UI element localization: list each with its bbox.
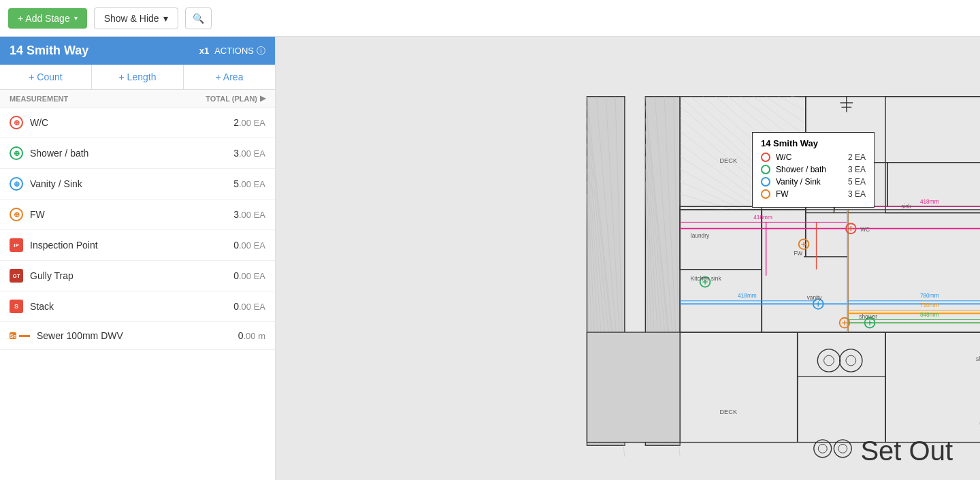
measurement-value: 0.00 EA xyxy=(233,240,265,251)
measurement-value: 0.00 m xyxy=(238,330,265,341)
legend-wc-icon xyxy=(761,153,770,162)
count-decimal: .00 EA xyxy=(239,118,265,128)
measurement-value: 0.00 EA xyxy=(233,270,265,281)
search-icon: 🔍 xyxy=(193,13,204,24)
count-number: 0 xyxy=(233,301,239,312)
measurement-value: 0.00 EA xyxy=(233,301,265,312)
expand-icon: ▶ xyxy=(260,94,265,103)
table-header-right: TOTAL (PLAN) ▶ xyxy=(206,94,265,103)
sewer-icon: Se xyxy=(10,332,30,339)
svg-text:848mm: 848mm xyxy=(920,311,939,318)
stack-icon: S xyxy=(10,300,23,313)
legend-row-fw: FW 3 EA xyxy=(761,189,866,199)
measurement-value: 3.00 EA xyxy=(233,148,265,159)
gully-icon: GT xyxy=(10,269,23,283)
legend-fw-label: FW xyxy=(776,189,843,199)
measurement-name: Vanity / Sink xyxy=(30,178,82,189)
stage-header: 14 Smith Way x1 ACTIONS ⓘ xyxy=(0,37,275,65)
svg-text:780mm: 780mm xyxy=(920,292,939,299)
add-stage-button[interactable]: + Add Stage ▾ xyxy=(8,8,87,29)
count-number: 2 xyxy=(233,117,239,128)
stage-title: 14 Smith Way xyxy=(10,44,88,58)
measurement-row[interactable]: ⊕ FW 3.00 EA xyxy=(0,199,275,230)
count-decimal: .00 EA xyxy=(239,210,265,220)
measurement-name: Inspection Point xyxy=(30,240,98,251)
search-button[interactable]: 🔍 xyxy=(185,7,212,29)
svg-rect-57 xyxy=(587,332,680,443)
count-label: + Count xyxy=(29,71,62,82)
area-button[interactable]: + Area xyxy=(184,65,275,89)
table-header: MEASUREMENT TOTAL (PLAN) ▶ xyxy=(0,90,275,108)
length-button[interactable]: + Length xyxy=(92,65,184,89)
measurement-row[interactable]: ⊕ Shower / bath 3.00 EA xyxy=(0,138,275,169)
inspect-icon: IP xyxy=(10,238,23,252)
set-out-label: Set Out xyxy=(860,436,953,466)
svg-text:710mm: 710mm xyxy=(920,302,939,308)
measurement-row[interactable]: S Stack 0.00 EA xyxy=(0,291,275,322)
show-hide-label: Show & Hide xyxy=(104,13,159,24)
count-decimal: .00 EA xyxy=(239,148,265,159)
count-number: 0 xyxy=(233,270,239,281)
measurement-row[interactable]: GT Gully Trap 0.00 EA xyxy=(0,261,275,291)
legend-row-shower: Shower / bath 3 EA xyxy=(761,165,866,174)
legend-box: 14 Smith Way W/C 2 EA Shower / bath 3 EA… xyxy=(752,132,875,208)
count-decimal: .00 m xyxy=(243,331,265,341)
row-label: ⊕ W/C xyxy=(10,116,48,129)
measurement-name: W/C xyxy=(30,117,48,128)
measurement-name: Stack xyxy=(30,301,54,312)
row-label: IP Inspection Point xyxy=(10,238,98,252)
measurement-col-header: MEASUREMENT xyxy=(10,95,68,103)
main-layout: 14 Smith Way x1 ACTIONS ⓘ + Count + Leng… xyxy=(0,37,980,480)
svg-text:shower: shower xyxy=(859,313,877,320)
stage-multiplier: x1 xyxy=(199,46,209,56)
row-label: ⊕ Shower / bath xyxy=(10,146,88,160)
measurement-name: FW xyxy=(30,209,45,220)
vanity-icon: ⊕ xyxy=(10,177,23,191)
svg-text:DECK: DECK xyxy=(719,157,737,164)
measure-actions: + Count + Length + Area xyxy=(0,65,275,90)
count-decimal: .00 EA xyxy=(239,302,265,312)
legend-vanity-icon xyxy=(761,177,770,187)
row-label: GT Gully Trap xyxy=(10,269,74,283)
legend-title: 14 Smith Way xyxy=(761,138,866,148)
show-hide-caret: ▾ xyxy=(163,13,168,24)
area-label: + Area xyxy=(216,71,244,82)
legend-vanity-val: 5 EA xyxy=(848,177,866,187)
svg-text:vanity: vanity xyxy=(807,294,823,301)
canvas-area[interactable]: DECK DECK xyxy=(276,37,980,480)
svg-text:418mm: 418mm xyxy=(920,198,939,205)
row-label: S Stack xyxy=(10,300,54,313)
stage-header-right: x1 ACTIONS ⓘ xyxy=(199,45,265,57)
row-label: ⊕ FW xyxy=(10,208,45,221)
left-panel: 14 Smith Way x1 ACTIONS ⓘ + Count + Leng… xyxy=(0,37,276,480)
svg-text:418mm: 418mm xyxy=(753,214,772,221)
measurement-row[interactable]: IP Inspection Point 0.00 EA xyxy=(0,230,275,261)
measurement-row[interactable]: Se Sewer 100mm DWV 0.00 m xyxy=(0,322,275,350)
measurement-row[interactable]: ⊕ W/C 2.00 EA xyxy=(0,108,275,138)
legend-vanity-label: Vanity / Sink xyxy=(776,177,843,187)
length-label: + Length xyxy=(119,71,157,82)
legend-fw-icon xyxy=(761,189,770,199)
svg-text:WC: WC xyxy=(860,226,870,233)
legend-shower-val: 3 EA xyxy=(848,165,866,174)
count-decimal: .00 EA xyxy=(239,179,265,189)
add-stage-label: + Add Stage xyxy=(18,13,70,24)
actions-icon: ⓘ xyxy=(257,45,265,57)
row-label: ⊕ Vanity / Sink xyxy=(10,177,82,191)
shower-icon: ⊕ xyxy=(10,146,23,160)
count-number: 0 xyxy=(233,240,239,251)
floor-plan-svg: DECK DECK xyxy=(276,37,980,480)
measurement-name: Sewer 100mm DWV xyxy=(37,330,123,341)
legend-wc-label: W/C xyxy=(776,153,843,162)
actions-button[interactable]: ACTIONS ⓘ xyxy=(214,45,265,57)
wc-icon: ⊕ xyxy=(10,116,23,129)
actions-label: ACTIONS xyxy=(214,46,254,56)
measurement-name: Gully Trap xyxy=(30,270,74,281)
show-hide-button[interactable]: Show & Hide ▾ xyxy=(94,7,178,29)
count-decimal: .00 EA xyxy=(239,271,265,281)
measurement-row[interactable]: ⊕ Vanity / Sink 5.00 EA xyxy=(0,169,275,199)
svg-text:laundry: laundry xyxy=(691,232,710,239)
total-col-header: TOTAL (PLAN) xyxy=(206,95,257,103)
count-number: 5 xyxy=(233,178,239,189)
count-button[interactable]: + Count xyxy=(0,65,92,89)
